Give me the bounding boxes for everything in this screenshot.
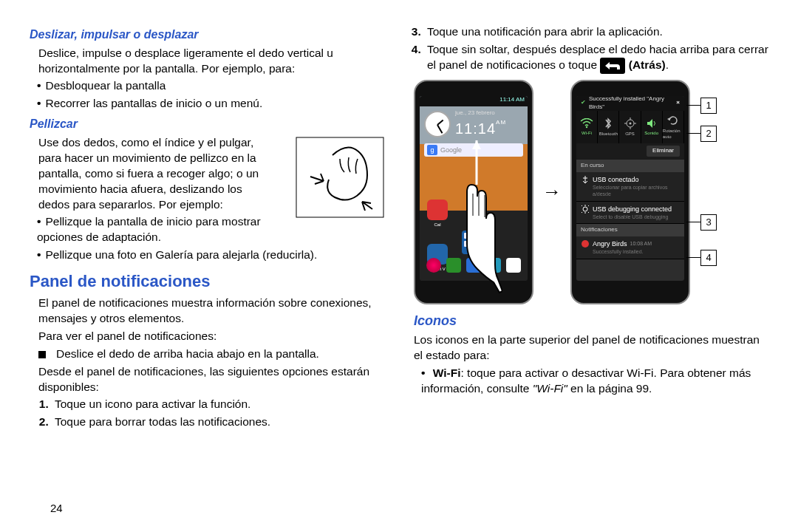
qs-gps: GPS	[619, 111, 641, 143]
p-iconos: Los iconos en la parte superior del pane…	[414, 332, 768, 364]
heading-pellizcar: Pellizcar	[30, 116, 384, 132]
section-encurso: En curso	[576, 160, 684, 172]
analog-clock-icon	[424, 111, 451, 137]
qs-rotate: Rotación auto	[663, 111, 684, 143]
check-icon: ✔	[581, 99, 586, 107]
svg-point-5	[629, 122, 631, 124]
swipe-down-finger-icon	[451, 140, 502, 296]
li-wifi-bold: Wi-Fi	[433, 366, 461, 379]
li-recorrer: Recorrer las pantallas de inicio o un me…	[37, 96, 384, 112]
svg-marker-2	[472, 140, 481, 149]
svg-point-7	[583, 207, 587, 211]
li-swipe: Deslice el dedo de arriba hacia abajo en…	[38, 347, 384, 362]
qs-bluetooth: Bluetooth	[598, 111, 619, 143]
callout-3: 3	[700, 214, 717, 231]
clear-row: Eliminar	[576, 143, 684, 160]
step-3: Toque una notificación para abrir la apl…	[424, 24, 768, 40]
callout-2: 2	[700, 126, 717, 142]
quick-settings-row: Wi-Fi Bluetooth GPS Sonido	[576, 111, 684, 143]
google-icon: g	[427, 145, 437, 155]
step-4: Toque sin soltar, después desplace el de…	[424, 42, 768, 74]
li-swipe-text: Deslice el dedo de arriba hacia abajo en…	[56, 347, 319, 360]
phone-home-screen: 11:14 AM jue., 23 febrero 11:14AM g Goog…	[414, 80, 533, 304]
heading-deslizar: Deslizar, impulsar o desplazar	[30, 27, 384, 43]
pinch-gesture-illustration	[296, 137, 384, 218]
li-pell-2: Pellizque una foto en Galería para aleja…	[37, 248, 384, 263]
page-number: 24	[50, 501, 63, 516]
p-panel-1: El panel de notificaciones muestra infor…	[38, 296, 384, 327]
li-wifi-italic: "Wi-Fi"	[533, 382, 567, 395]
status-bar: 11:14 AM	[420, 96, 528, 106]
back-icon	[600, 58, 625, 74]
p-panel-2: Para ver el panel de notificaciones:	[38, 329, 384, 344]
home-time: 11:14AM	[455, 119, 506, 139]
row-debug: USB debugging connected Select to disabl…	[576, 202, 684, 225]
clear-button: Eliminar	[647, 146, 680, 157]
home-date: jue., 23 febrero	[455, 109, 506, 117]
p-pellizcar: Use dos dedos, como el índice y el pulga…	[38, 135, 260, 213]
svg-point-3	[586, 126, 587, 128]
notification-panel-illustration: 11:14 AM jue., 23 febrero 11:14AM g Goog…	[414, 80, 768, 304]
arrow-right-icon: →	[541, 179, 563, 205]
qs-wifi: Wi-Fi	[576, 111, 598, 143]
heading-panel: Panel de notificaciones	[30, 270, 384, 293]
li-desbloquear: Desbloquear la pantalla	[37, 78, 384, 94]
square-bullet-icon	[38, 351, 46, 358]
qs-sound: Sonido	[641, 111, 663, 143]
li-wifi-end: en la página 99.	[567, 382, 652, 395]
step-4-period: .	[666, 58, 669, 71]
phone-notification-panel: ✔ Successfully installed "Angry Birds" ×…	[570, 80, 690, 304]
toast-text: Successfully installed "Angry Birds"	[589, 96, 673, 112]
li-wifi: Wi-Fi: toque para activar o desactivar W…	[421, 366, 768, 397]
section-notif: Notificaciones	[576, 224, 684, 236]
row-usb: USB conectado Seleccionar para copiar ar…	[576, 172, 684, 202]
callout-4: 4	[700, 250, 717, 266]
row-angrybirds: Angry Birds10:08 AM Successfully install…	[576, 236, 684, 259]
step-1: Toque un icono para activar la función.	[52, 397, 384, 412]
svg-point-8	[582, 240, 589, 248]
callout-1: 1	[700, 98, 717, 114]
step-2: Toque para borrar todas las notificacion…	[52, 415, 384, 430]
heading-iconos: Iconos	[414, 312, 768, 330]
p-panel-3: Desde el panel de notificaciones, las si…	[38, 364, 384, 395]
install-toast: ✔ Successfully installed "Angry Birds" ×	[576, 96, 684, 111]
close-icon: ×	[676, 99, 680, 107]
step-4-text-a: Toque sin soltar, después desplace el de…	[427, 43, 768, 71]
p-deslizar: Deslice, impulse o desplace ligeramente …	[38, 46, 384, 77]
callout-numbers: 1 2 3 4	[700, 80, 717, 266]
li-pell-1: Pellizque la pantalla de inicio para mos…	[37, 214, 384, 245]
step-4-atras: (Atrás)	[629, 58, 666, 71]
